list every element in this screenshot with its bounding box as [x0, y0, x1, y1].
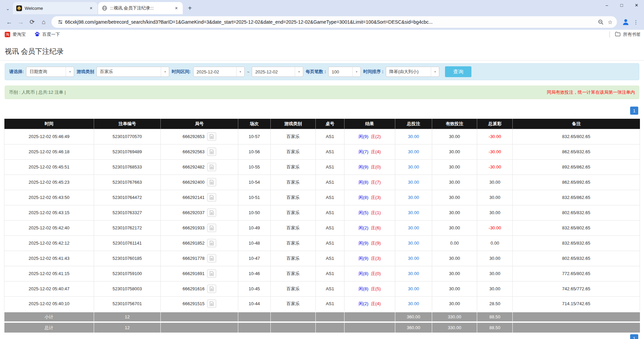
total-bet-link[interactable]: 30.00: [395, 205, 432, 220]
reload-icon[interactable]: ⟳: [26, 16, 38, 28]
total-bet-link[interactable]: 30.00: [395, 281, 432, 296]
all-bookmarks-button[interactable]: 所有书签: [609, 30, 641, 39]
url-text[interactable]: 66cxkj98.com/game/betrecord_search/kind3…: [65, 19, 596, 25]
zoom-out-icon[interactable]: [596, 17, 605, 27]
col-payout: 总派彩: [477, 119, 513, 129]
all-bookmarks-label: 所有书签: [623, 31, 641, 38]
result-player: 闲(8): [359, 195, 369, 200]
cell-remark: 832.65/802.65: [513, 129, 640, 144]
video-replay-button[interactable]: [207, 208, 216, 217]
pagination-top: 1: [0, 107, 638, 115]
bookmark-baidu[interactable]: 百度一下: [35, 31, 60, 38]
chevron-down-icon: ▼: [161, 67, 169, 76]
total-bet-link[interactable]: 30.00: [395, 129, 432, 144]
close-window-button[interactable]: ✕: [629, 0, 644, 10]
url-bar[interactable]: 66cxkj98.com/game/betrecord_search/kind3…: [51, 16, 617, 28]
total-bet-link[interactable]: 30.00: [395, 220, 432, 235]
folder-icon: [615, 31, 621, 38]
game-category-select[interactable]: 百家乐 ▼: [96, 67, 169, 77]
result-banker: 庄(6): [371, 225, 381, 230]
total-bet-link[interactable]: 30.00: [395, 296, 432, 312]
result-banker: 庄(4): [371, 301, 381, 306]
cell-valid-bet: 30.00: [432, 159, 477, 175]
result-player: 闲(2): [359, 301, 369, 306]
cell-result: 闲(9) 庄(9): [344, 235, 395, 251]
cell-session: 10-44: [238, 296, 271, 312]
page-size-select[interactable]: 100 ▼: [328, 67, 361, 77]
video-replay-button[interactable]: [207, 239, 216, 247]
query-type-label: 请选择:: [9, 69, 24, 75]
date-start-input[interactable]: 2025-12-02 ▼: [193, 67, 245, 77]
site-settings-icon[interactable]: [55, 17, 65, 27]
video-replay-button[interactable]: [207, 132, 216, 141]
cell-result: 闲(9) 庄(3): [344, 251, 395, 266]
date-end-input[interactable]: 2025-12-02 ▼: [252, 67, 303, 77]
cell-time: 2025-12-02 05:42:12: [4, 235, 94, 251]
home-icon[interactable]: ⌂: [38, 16, 49, 28]
maximize-button[interactable]: □: [614, 0, 629, 10]
cell-time: 2025-12-02 05:46:49: [4, 129, 94, 144]
cell-remark: 714.15/742.65: [513, 296, 640, 312]
page-1-button[interactable]: 1: [630, 334, 638, 339]
page-title: 视讯 会员下注纪录: [5, 47, 644, 56]
page-1-button[interactable]: 1: [630, 107, 638, 115]
filter-bar: 请选择: 日期查询 ▼ 游戏类别 百家乐 ▼ 时间区间: 2025-12-02 …: [5, 63, 639, 80]
total-bet-link[interactable]: 30.00: [395, 251, 432, 266]
total-bet-link[interactable]: 30.00: [395, 159, 432, 175]
table-row: 2025-12-02 05:41:15 523010759100 6662916…: [4, 266, 640, 281]
cell-result: 闲(8) 庄(7): [344, 175, 395, 190]
col-bet-id: 注单编号: [94, 119, 160, 129]
result-player: 闲(8): [359, 271, 369, 276]
sort-order-select[interactable]: 降幂(由大到小) ▼: [386, 67, 439, 77]
video-replay-button[interactable]: [207, 224, 216, 232]
search-button[interactable]: 查询: [445, 66, 471, 77]
chevron-down-icon: ▼: [236, 67, 244, 76]
result-banker: 庄(4): [371, 149, 381, 154]
total-bet-link[interactable]: 30.00: [395, 266, 432, 281]
cell-time: 2025-12-02 05:41:43: [4, 251, 94, 266]
cell-payout: 30.00: [477, 175, 513, 190]
tab-close-icon[interactable]: ✕: [88, 5, 94, 11]
table-body: 2025-12-02 05:46:49 523010770570 6662926…: [4, 129, 640, 312]
tab-betrecord[interactable]: :::视讯 会员下注纪录::: ✕: [98, 2, 183, 14]
minimize-button[interactable]: –: [599, 0, 614, 10]
cell-game: 百家乐: [270, 235, 315, 251]
video-replay-button[interactable]: [207, 163, 216, 171]
cell-session: 10-55: [238, 159, 271, 175]
cell-round-id: 666292037: [160, 205, 238, 220]
video-replay-button[interactable]: [207, 299, 216, 308]
cell-round-id: 666291691: [160, 266, 238, 281]
tab-close-icon[interactable]: ✕: [173, 5, 179, 11]
profile-avatar-icon[interactable]: [620, 17, 631, 27]
cell-time: 2025-12-02 05:43:15: [4, 205, 94, 220]
forward-icon[interactable]: →: [15, 16, 26, 28]
result-player: 闲(9): [359, 256, 369, 261]
video-replay-button[interactable]: [207, 254, 216, 263]
cell-remark: 832.65/802.65: [513, 220, 640, 235]
bookmark-taobao[interactable]: 淘 爱淘宝: [5, 31, 26, 38]
query-type-select[interactable]: 日期查询 ▼: [26, 67, 74, 77]
cell-time: 2025-12-02 05:46:18: [4, 144, 94, 159]
bookmark-star-icon[interactable]: ☆: [605, 17, 615, 27]
total-bet-link[interactable]: 30.00: [395, 144, 432, 159]
col-table: 桌号: [316, 119, 345, 129]
new-tab-button[interactable]: +: [185, 3, 195, 13]
cell-payout: 30.00: [477, 281, 513, 296]
tab-welcome[interactable]: Welcome ✕: [13, 2, 97, 14]
total-payout: 88.50: [477, 322, 513, 333]
cell-session: 10-56: [238, 144, 271, 159]
back-icon[interactable]: ←: [3, 16, 15, 28]
video-replay-button[interactable]: [207, 193, 216, 202]
browser-menu-icon[interactable]: ⋮: [631, 17, 641, 27]
cell-result: 闲(9) 庄(0): [344, 159, 395, 175]
cell-time: 2025-12-02 05:45:23: [4, 175, 94, 190]
video-replay-button[interactable]: [207, 148, 216, 156]
total-bet-link[interactable]: 30.00: [395, 175, 432, 190]
tab-search-chevron-icon[interactable]: ⌄: [3, 3, 13, 14]
total-bet-link[interactable]: 30.00: [395, 235, 432, 251]
video-replay-button[interactable]: [207, 285, 216, 293]
cell-game: 百家乐: [270, 281, 315, 296]
total-bet-link[interactable]: 30.00: [395, 190, 432, 205]
video-replay-button[interactable]: [207, 269, 216, 278]
video-replay-button[interactable]: [207, 178, 216, 186]
